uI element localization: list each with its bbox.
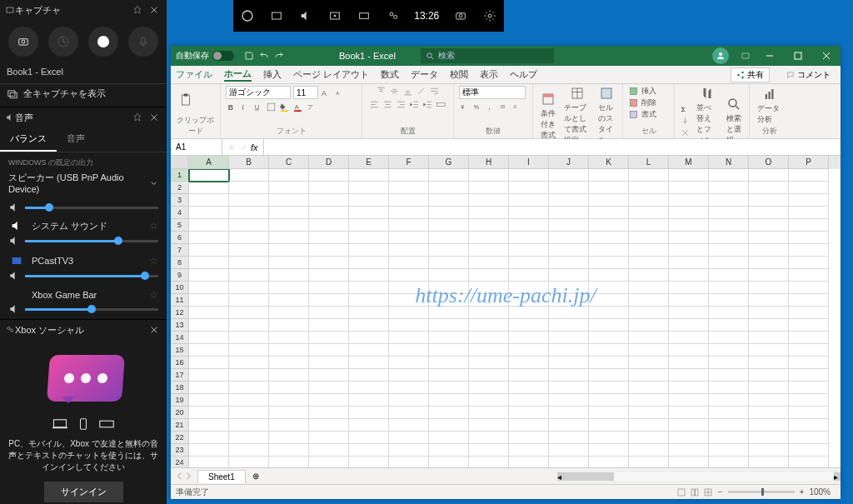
bold-icon[interactable]: B: [226, 102, 237, 112]
cell[interactable]: [229, 219, 269, 232]
cell[interactable]: [549, 207, 589, 219]
cell[interactable]: [349, 169, 389, 182]
font-name-select[interactable]: [226, 86, 291, 99]
cell[interactable]: [229, 207, 269, 219]
cell[interactable]: [669, 257, 709, 269]
menu-data[interactable]: データ: [411, 68, 438, 81]
user-avatar[interactable]: [712, 47, 729, 64]
row-header[interactable]: 24: [171, 457, 189, 467]
column-header[interactable]: N: [709, 156, 749, 169]
record-last-button[interactable]: [48, 27, 78, 57]
cell[interactable]: [709, 269, 749, 282]
cell[interactable]: [549, 344, 589, 357]
page-break-icon[interactable]: [703, 487, 713, 497]
column-header[interactable]: B: [229, 156, 269, 169]
clear-icon[interactable]: [680, 127, 691, 138]
column-header[interactable]: H: [469, 156, 509, 169]
row-header[interactable]: 18: [171, 382, 189, 394]
cell[interactable]: [309, 207, 349, 219]
cell[interactable]: [709, 194, 749, 207]
row-header[interactable]: 13: [171, 319, 189, 332]
cell[interactable]: [789, 182, 829, 194]
align-middle-icon[interactable]: [389, 86, 400, 97]
cell[interactable]: [229, 407, 269, 419]
cell[interactable]: [589, 294, 629, 307]
cell[interactable]: [629, 169, 669, 182]
cell[interactable]: [189, 332, 229, 344]
cell[interactable]: [469, 319, 509, 332]
cell[interactable]: [629, 369, 669, 382]
cell[interactable]: [429, 394, 469, 407]
cell[interactable]: [749, 432, 789, 444]
cell[interactable]: [189, 369, 229, 382]
format-cells-button[interactable]: 書式: [628, 109, 656, 120]
cell[interactable]: [509, 419, 549, 432]
cell[interactable]: [589, 407, 629, 419]
cell[interactable]: [709, 457, 749, 467]
cell[interactable]: [429, 294, 469, 307]
cell[interactable]: [749, 307, 789, 319]
cell[interactable]: [749, 394, 789, 407]
cell[interactable]: [789, 444, 829, 457]
cell[interactable]: [549, 282, 589, 294]
cell[interactable]: [549, 419, 589, 432]
cell[interactable]: [429, 194, 469, 207]
align-top-icon[interactable]: [376, 86, 387, 97]
autosum-icon[interactable]: Σ: [680, 104, 691, 115]
cell[interactable]: [229, 269, 269, 282]
column-header[interactable]: L: [629, 156, 669, 169]
cell[interactable]: [349, 194, 389, 207]
record-button[interactable]: [88, 27, 118, 57]
cell[interactable]: [709, 257, 749, 269]
cell[interactable]: [629, 257, 669, 269]
cell[interactable]: [669, 357, 709, 369]
indent-dec-icon[interactable]: [409, 99, 420, 110]
cell[interactable]: [789, 257, 829, 269]
menu-view[interactable]: 表示: [480, 68, 498, 81]
cell[interactable]: [749, 269, 789, 282]
performance-icon[interactable]: [350, 0, 379, 32]
row-header[interactable]: 21: [171, 419, 189, 432]
cell[interactable]: [749, 382, 789, 394]
cell[interactable]: [349, 382, 389, 394]
cell[interactable]: [589, 244, 629, 257]
cell[interactable]: [509, 357, 549, 369]
cell[interactable]: [469, 182, 509, 194]
cell[interactable]: [549, 219, 589, 232]
cell[interactable]: [429, 219, 469, 232]
cell[interactable]: [789, 307, 829, 319]
cell-styles-button[interactable]: セルのスタイル: [596, 86, 617, 146]
cell[interactable]: [389, 269, 429, 282]
cell[interactable]: [749, 244, 789, 257]
cell[interactable]: [189, 444, 229, 457]
cell[interactable]: [269, 269, 309, 282]
align-left-icon[interactable]: [369, 99, 380, 110]
wrap-text-icon[interactable]: [429, 86, 440, 97]
cell[interactable]: [789, 282, 829, 294]
cell[interactable]: [669, 382, 709, 394]
cell[interactable]: [229, 432, 269, 444]
cell[interactable]: [469, 232, 509, 244]
fill-color-icon[interactable]: [279, 102, 290, 112]
enter-fx-icon[interactable]: [239, 143, 247, 152]
cell[interactable]: [629, 182, 669, 194]
cell[interactable]: [349, 207, 389, 219]
cell[interactable]: [669, 182, 709, 194]
cell[interactable]: [749, 257, 789, 269]
cell[interactable]: [669, 282, 709, 294]
cell[interactable]: [429, 457, 469, 467]
cell[interactable]: [189, 207, 229, 219]
cell[interactable]: [269, 169, 309, 182]
cell[interactable]: [189, 294, 229, 307]
cell[interactable]: [429, 169, 469, 182]
cell[interactable]: [309, 257, 349, 269]
cell[interactable]: [429, 307, 469, 319]
autosave-toggle[interactable]: 自動保存: [171, 50, 239, 62]
cell[interactable]: [549, 257, 589, 269]
cell[interactable]: [789, 269, 829, 282]
cell[interactable]: [189, 282, 229, 294]
align-right-icon[interactable]: [396, 99, 407, 110]
cell[interactable]: [509, 332, 549, 344]
cell[interactable]: [789, 219, 829, 232]
cell[interactable]: [589, 207, 629, 219]
